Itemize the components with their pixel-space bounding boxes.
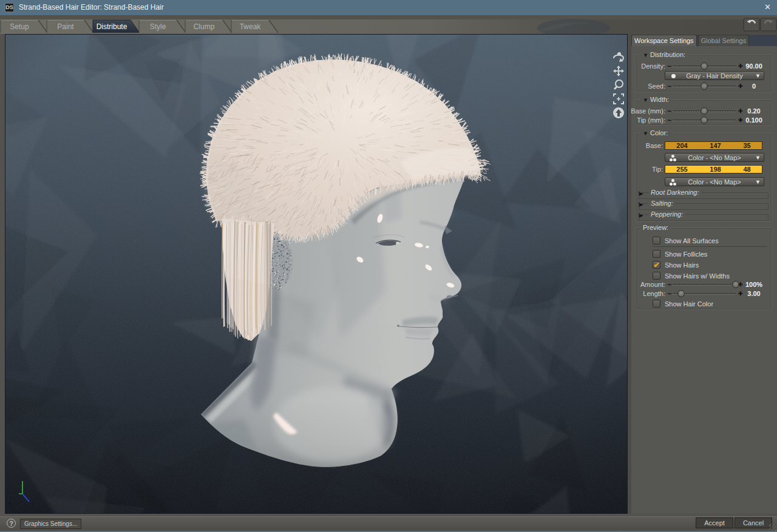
svg-text:Distribute: Distribute [97, 22, 127, 31]
svg-text:Setup: Setup [10, 22, 29, 31]
svg-text:Paint: Paint [57, 22, 74, 31]
svg-text:Tweak: Tweak [240, 22, 262, 31]
svg-text:Clump: Clump [194, 22, 215, 31]
svg-text:Style: Style [150, 22, 166, 31]
